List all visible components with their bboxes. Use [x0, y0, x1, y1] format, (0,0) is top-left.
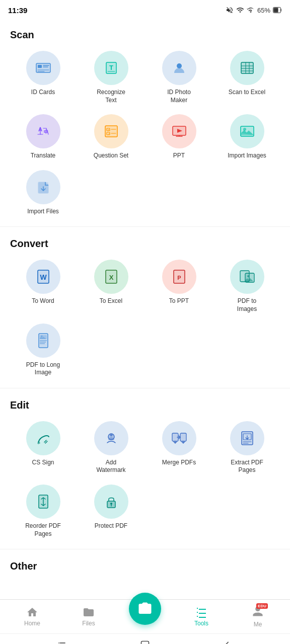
svg-point-56 [247, 275, 249, 277]
pdf-to-long-image-item[interactable]: PDF to Long Image [10, 320, 76, 380]
reorder-pdf-pages-icon [34, 493, 52, 511]
edit-section: Edit CS Sign [0, 390, 290, 547]
id-photo-maker-icon-bg [162, 51, 196, 85]
question-set-icon-bg: × ✓ [94, 114, 128, 148]
id-cards-icon [34, 59, 52, 77]
reorder-pdf-pages-label: Reorder PDF Pages [23, 522, 63, 538]
status-icons: 65% [226, 6, 282, 14]
to-excel-icon: X [102, 268, 120, 286]
other-section: Other [0, 551, 290, 591]
nav-home-label: Home [24, 620, 40, 627]
sys-nav-recent[interactable] [57, 640, 67, 644]
id-photo-maker-label: ID Photo Maker [159, 89, 199, 104]
id-photo-maker-icon [170, 59, 188, 77]
main-content: Scan ID Cards [0, 20, 290, 599]
home-button-icon [140, 640, 150, 644]
status-bar: 11:39 65% [0, 0, 290, 20]
cs-sign-item[interactable]: CS Sign [10, 418, 76, 477]
import-files-icon [34, 178, 52, 196]
nav-home[interactable]: Home [4, 606, 60, 627]
extract-pdf-pages-icon [238, 429, 256, 447]
svg-text:P: P [177, 275, 181, 281]
nav-tools[interactable]: Tools [173, 606, 230, 627]
reorder-pdf-pages-item[interactable]: Reorder PDF Pages [10, 481, 76, 541]
edit-grid: CS Sign Add Watermark [10, 418, 280, 545]
add-watermark-icon-bg [94, 421, 128, 455]
merge-pdfs-icon [170, 429, 188, 447]
to-ppt-icon-bg: P [162, 260, 196, 294]
signal-icon [247, 6, 255, 14]
edu-badge: EDU [256, 603, 268, 609]
convert-grid: W To Word X To Excel [10, 257, 280, 383]
question-set-item[interactable]: × ✓ Question Set [78, 111, 144, 163]
import-files-item[interactable]: Import Files [10, 167, 76, 219]
scan-section: Scan ID Cards [0, 20, 290, 224]
extract-pdf-pages-item[interactable]: Extract PDF Pages [214, 418, 280, 477]
svg-rect-69 [180, 433, 186, 441]
id-cards-item[interactable]: ID Cards [10, 48, 76, 107]
to-ppt-item[interactable]: P To PPT [146, 257, 212, 316]
recognize-text-item[interactable]: T Recognize Text [78, 48, 144, 107]
system-nav-bar [0, 633, 290, 644]
convert-title: Convert [10, 238, 280, 250]
nav-files[interactable]: Files [60, 606, 117, 627]
sys-nav-home[interactable] [140, 640, 150, 644]
svg-point-66 [110, 434, 112, 436]
import-images-icon [238, 122, 256, 140]
scan-to-excel-icon [238, 59, 256, 77]
to-excel-icon-bg: X [94, 260, 128, 294]
tools-icon [195, 606, 207, 618]
id-cards-label: ID Cards [31, 89, 55, 97]
svg-text:W: W [40, 273, 47, 281]
divider-2 [0, 388, 290, 388]
merge-pdfs-icon-bg [162, 421, 196, 455]
battery-icon [273, 7, 282, 13]
cs-sign-label: CS Sign [32, 459, 54, 467]
battery-text: 65% [257, 7, 270, 14]
reorder-pdf-pages-icon-bg [26, 485, 60, 519]
protect-pdf-icon [102, 493, 120, 511]
merge-pdfs-item[interactable]: Merge PDFs [146, 418, 212, 477]
to-word-item[interactable]: W To Word [10, 257, 76, 316]
recent-apps-icon [57, 640, 67, 644]
add-watermark-label: Add Watermark [91, 459, 131, 474]
id-photo-maker-item[interactable]: ID Photo Maker [146, 48, 212, 107]
pdf-to-images-item[interactable]: PDF to Images [214, 257, 280, 316]
home-icon [26, 606, 38, 618]
svg-text:×: × [108, 128, 109, 131]
ppt-item[interactable]: PPT [146, 111, 212, 163]
divider-3 [0, 549, 290, 549]
convert-section: Convert W To Word [0, 229, 290, 385]
extract-pdf-pages-label: Extract PDF Pages [227, 459, 267, 474]
import-files-icon-bg [26, 170, 60, 204]
import-images-item[interactable]: Import Images [214, 111, 280, 163]
add-watermark-item[interactable]: Add Watermark [78, 418, 144, 477]
svg-rect-4 [38, 65, 42, 68]
nav-camera[interactable] [117, 601, 173, 633]
scan-to-excel-item[interactable]: Scan to Excel [214, 48, 280, 107]
pdf-to-long-image-label: PDF to Long Image [23, 361, 63, 377]
translate-item[interactable]: A 中 Translate [10, 111, 76, 163]
back-icon [223, 640, 233, 644]
nav-me[interactable]: EDU Me [230, 605, 286, 628]
nav-files-label: Files [82, 620, 95, 627]
ppt-icon-bg [162, 114, 196, 148]
protect-pdf-item[interactable]: Protect PDF [78, 481, 144, 541]
cs-sign-icon [34, 429, 52, 447]
files-icon [83, 606, 95, 618]
pdf-to-long-image-icon-bg [26, 324, 60, 358]
translate-icon-bg: A 中 [26, 114, 60, 148]
translate-icon: A 中 [34, 122, 52, 140]
svg-rect-1 [274, 8, 278, 13]
sys-nav-back[interactable] [223, 640, 233, 644]
cs-sign-icon-bg [26, 421, 60, 455]
camera-button[interactable] [129, 593, 161, 625]
add-watermark-icon [102, 429, 120, 447]
to-excel-item[interactable]: X To Excel [78, 257, 144, 316]
divider-1 [0, 226, 290, 227]
scan-to-excel-label: Scan to Excel [229, 89, 265, 97]
wifi-icon [236, 6, 244, 14]
scan-title: Scan [10, 29, 280, 41]
protect-pdf-icon-bg [94, 485, 128, 519]
recognize-text-icon: T [102, 59, 120, 77]
